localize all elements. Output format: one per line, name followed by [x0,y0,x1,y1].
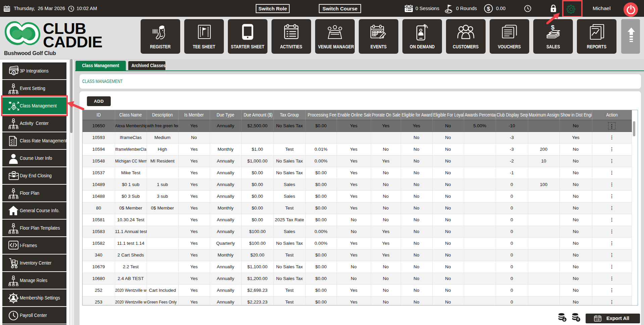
svg-text:$: $ [487,6,490,12]
svg-text:$: $ [551,24,555,31]
svg-text:$: $ [13,72,14,75]
